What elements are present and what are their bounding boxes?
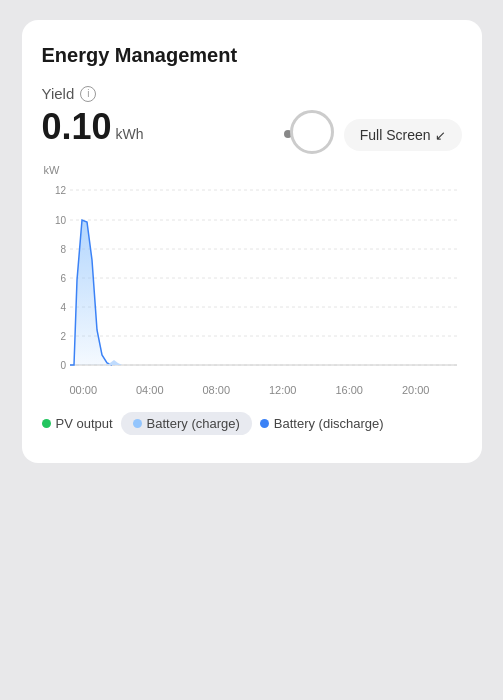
yield-label-row: Yield i [42, 85, 462, 102]
pv-output-dot [42, 419, 51, 428]
svg-text:2: 2 [60, 331, 66, 342]
svg-text:0: 0 [60, 360, 66, 371]
spinner-ring [290, 110, 334, 154]
battery-discharge-dot [260, 419, 269, 428]
chart-legend: PV output Battery (charge) Battery (disc… [42, 412, 462, 435]
loading-spinner [284, 110, 334, 160]
svg-text:6: 6 [60, 273, 66, 284]
fullscreen-label: Full Screen [360, 127, 431, 143]
svg-text:10: 10 [54, 215, 66, 226]
yield-unit: kWh [116, 126, 144, 142]
battery-charge-label: Battery (charge) [147, 416, 240, 431]
x-label-0000: 00:00 [70, 384, 98, 396]
x-axis-labels: 00:00 04:00 08:00 12:00 16:00 20:00 [42, 380, 462, 396]
svg-text:12: 12 [54, 185, 66, 196]
energy-management-card: Energy Management Yield i 0.10 kWh Full … [22, 20, 482, 463]
expand-icon: ↙ [435, 128, 446, 143]
yield-label: Yield [42, 85, 75, 102]
x-label-0800: 08:00 [202, 384, 230, 396]
y-axis-label: kW [42, 164, 462, 176]
battery-charge-dot [133, 419, 142, 428]
svg-text:8: 8 [60, 244, 66, 255]
yield-value: 0.10 [42, 106, 112, 148]
x-label-1200: 12:00 [269, 384, 297, 396]
pv-output-label: PV output [56, 416, 113, 431]
pv-area [70, 220, 457, 365]
info-icon[interactable]: i [80, 86, 96, 102]
battery-charge-area [107, 360, 122, 365]
chart-area: 0 2 4 6 8 10 12 [42, 180, 462, 380]
x-label-2000: 20:00 [402, 384, 430, 396]
page-title: Energy Management [42, 44, 462, 67]
svg-text:4: 4 [60, 302, 66, 313]
legend-battery-discharge: Battery (discharge) [260, 416, 384, 431]
x-label-1600: 16:00 [335, 384, 363, 396]
fullscreen-button[interactable]: Full Screen ↙ [344, 119, 462, 151]
chart-svg: 0 2 4 6 8 10 12 [42, 180, 462, 380]
legend-pv-output: PV output [42, 416, 113, 431]
chart-wrapper: kW 0 2 4 6 8 10 12 [42, 164, 462, 396]
legend-battery-charge: Battery (charge) [121, 412, 252, 435]
x-label-0400: 04:00 [136, 384, 164, 396]
battery-discharge-label: Battery (discharge) [274, 416, 384, 431]
fullscreen-area: Full Screen ↙ [284, 110, 462, 160]
